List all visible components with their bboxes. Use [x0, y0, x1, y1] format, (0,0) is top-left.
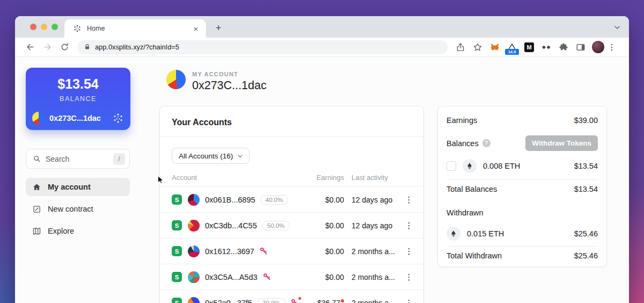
browser-tab-home[interactable]: Home ×: [64, 19, 206, 38]
balances-label: Balances: [447, 139, 479, 148]
home-icon: [32, 183, 41, 192]
row-address[interactable]: 0x3C5A...A5d3: [205, 273, 258, 282]
table-row[interactable]: S 0xC3db...4C55 50.0% $0.00 12 days ago …: [160, 212, 423, 238]
sidebar-item-label: New contract: [48, 205, 93, 213]
row-earnings: $0.00: [302, 221, 344, 230]
search-icon: [33, 155, 41, 163]
m-extension-button[interactable]: M: [523, 41, 536, 54]
mouse-cursor: [156, 175, 165, 184]
new-tab-button[interactable]: +: [213, 23, 224, 34]
row-address[interactable]: 0x52a0...37f5: [205, 299, 252, 303]
minimize-window-button[interactable]: [41, 24, 47, 30]
row-address[interactable]: 0x061B...6895: [205, 196, 255, 204]
balances-row: Balances ? Withdraw Tokens: [447, 135, 598, 151]
withdraw-tokens-button[interactable]: Withdraw Tokens: [525, 135, 598, 151]
search-input[interactable]: [46, 155, 113, 163]
browser-window: Home × + app.0xsplits.xyz/?chain: [15, 16, 629, 303]
back-button[interactable]: [23, 40, 37, 54]
token-checkbox[interactable]: [447, 161, 456, 171]
row-menu-button[interactable]: ⋮: [402, 272, 416, 282]
row-menu-button[interactable]: ⋮: [402, 195, 416, 205]
row-menu-button[interactable]: ⋮: [402, 298, 416, 303]
token-amount: 0.015 ETH: [467, 229, 504, 238]
balance-card[interactable]: $13.54 BALANCE 0x273C...1dac: [26, 68, 130, 130]
token-usd: $25.46: [574, 229, 598, 238]
withdrawn-token-row: 0.015 ETH $25.46: [447, 227, 598, 241]
splits-s-badge: S: [172, 298, 182, 303]
balance-label: BALANCE: [26, 95, 130, 103]
divider: [447, 179, 598, 180]
row-last-activity: 2 months a...: [344, 247, 402, 256]
controller-key-icon: [290, 298, 299, 303]
sidebar-item-new-contract[interactable]: New contract: [26, 200, 130, 218]
asterisk-extension-button[interactable]: [540, 41, 553, 54]
zoom-window-button[interactable]: [52, 24, 58, 30]
table-row[interactable]: S 0x061B...6895 40.0% $0.00 12 days ago …: [160, 186, 423, 212]
ownership-badge: 50.0%: [262, 221, 290, 230]
row-pie-avatar: [188, 297, 200, 303]
total-balances-value: $13.54: [574, 185, 598, 193]
side-panel-button[interactable]: [574, 41, 587, 54]
search-shortcut-key: /: [113, 153, 125, 165]
extensions-button[interactable]: [557, 41, 570, 54]
star-icon: [473, 42, 482, 52]
table-row[interactable]: S 0x3C5A...A5d3 $0.00 2 months a... ⋮: [160, 264, 423, 290]
sidebar-item-my-account[interactable]: My account: [26, 178, 130, 196]
row-menu-button[interactable]: ⋮: [402, 247, 416, 256]
total-withdrawn-row: Total Withdrawn $25.46: [447, 251, 598, 260]
bookmark-button[interactable]: [471, 41, 484, 54]
accounts-table-header: Account Earnings Last activity: [160, 168, 423, 186]
forward-button[interactable]: [40, 40, 54, 54]
close-tab-icon[interactable]: ×: [191, 24, 201, 33]
help-icon[interactable]: ?: [482, 139, 491, 147]
notification-dot: [298, 297, 302, 300]
share-button[interactable]: [454, 41, 467, 54]
refresh-icon: [60, 42, 69, 52]
balance-amount: $13.54: [26, 76, 130, 92]
accounts-filter-dropdown[interactable]: All Accounts (16): [172, 148, 250, 164]
balance-card-address: 0x273C...1dac: [49, 114, 112, 122]
map-icon: [32, 227, 41, 236]
row-menu-button[interactable]: ⋮: [402, 221, 416, 230]
close-window-button[interactable]: [30, 24, 36, 30]
row-pie-avatar: [188, 194, 200, 206]
refresh-button[interactable]: [57, 40, 71, 54]
withdrawn-label: Withdrawn: [447, 208, 484, 217]
ownership-badge: 40.0%: [260, 195, 289, 205]
col-account: Account: [172, 174, 302, 182]
tab-strip: Home × +: [15, 16, 629, 38]
row-earnings: $0.00: [302, 273, 344, 282]
notification-dot: [341, 299, 344, 302]
search-box[interactable]: /: [26, 149, 130, 169]
row-address[interactable]: 0xC3db...4C55: [205, 221, 257, 230]
ownership-badge: 70.0%: [257, 298, 286, 303]
total-withdrawn-value: $25.46: [574, 251, 598, 260]
row-pie-avatar: [188, 220, 200, 232]
splits-dots-icon: [112, 112, 124, 124]
tab-search-chevron-icon[interactable]: [613, 23, 621, 32]
table-row[interactable]: S 0x52a0...37f5 70.0% $36.77 2 months a.…: [160, 290, 423, 303]
earnings-label: Earnings: [447, 116, 477, 125]
row-last-activity: 12 days ago: [344, 221, 402, 230]
triangle-extension-button[interactable]: 14.9: [506, 41, 518, 54]
account-pie-avatar-large: [166, 70, 186, 89]
sidebar-item-explore[interactable]: Explore: [26, 222, 130, 240]
table-row[interactable]: S 0x1612...3697 $0.00 2 months a... ⋮: [160, 238, 423, 264]
metamask-extension-button[interactable]: [488, 41, 501, 54]
accounts-filter-value: All Accounts (16): [179, 152, 233, 160]
row-earnings: $36.77: [317, 299, 340, 303]
address-bar[interactable]: app.0xsplits.xyz/?chainId=5: [77, 40, 448, 54]
row-address[interactable]: 0x1612...3697: [205, 247, 254, 256]
col-last-activity: Last activity: [344, 174, 402, 182]
page-content: $13.54 BALANCE 0x273C...1dac /: [15, 57, 629, 303]
sidebar-item-label: My account: [48, 183, 91, 191]
total-balances-label: Total Balances: [447, 185, 497, 193]
token-amount: 0.008 ETH: [483, 162, 520, 170]
your-accounts-title: Your Accounts: [160, 106, 423, 137]
browser-menu-button[interactable]: ⋮: [606, 42, 617, 52]
row-last-activity: 12 days ago: [344, 196, 402, 204]
side-panel-icon: [576, 42, 586, 52]
profile-button[interactable]: [591, 41, 604, 54]
row-pie-avatar: [188, 246, 200, 257]
total-withdrawn-label: Total Withdrawn: [447, 251, 502, 260]
